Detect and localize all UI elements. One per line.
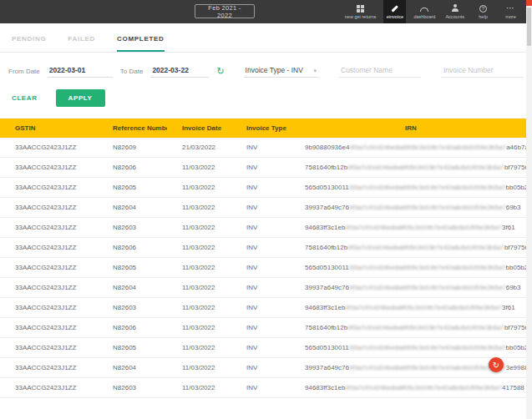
apply-button[interactable]: APPLY [56, 89, 105, 107]
grid-icon [357, 4, 364, 13]
tab-pending[interactable]: PENDING [12, 35, 46, 52]
type-cell: INV [231, 358, 290, 378]
from-date-input[interactable] [48, 66, 113, 78]
gstin-cell: 33AACCG2423J1ZZ [0, 178, 98, 198]
tab-failed[interactable]: FAILED [68, 35, 95, 52]
date-cell: 11/03/2022 [167, 218, 231, 238]
reference-cell: N82605 [98, 178, 167, 198]
invoice-number-input[interactable] [442, 66, 524, 78]
irn-cell: 39937a649c760f3a7c91d24be8a6f05c3d19b7e4… [290, 198, 532, 218]
type-cell: INV [231, 158, 290, 178]
irn-cell: 7581640fb12b0f3a7c91d24be8a6f05c3d19b7e4… [290, 158, 532, 178]
reference-cell: N82605 [98, 338, 167, 358]
status-tabs: PENDING FAILED COMPLETED [0, 23, 532, 53]
table-row: 33AACCG2423J1ZZN8260611/03/2022INV758164… [0, 158, 532, 178]
nav-item-accounts[interactable]: Accounts [443, 0, 467, 23]
irn-cell: 39937a649c760f3a7c91d24be8a6f05c3d19b7e4… [290, 278, 532, 298]
table-row: 33AACCG2423J1ZZN8260411/03/2022INV39937a… [0, 278, 532, 298]
type-cell: INV [231, 218, 290, 238]
customer-name-input[interactable] [339, 66, 421, 78]
date-cell: 11/03/2022 [167, 278, 231, 298]
nav-item-more[interactable]: ⋯ more [499, 0, 522, 23]
irn-cell: 9b90880936e40f3a7c91d24be8a6f05c3d19b7e4… [290, 138, 532, 158]
type-cell: INV [231, 298, 290, 318]
nav-item-einvoice[interactable]: einvoice [383, 0, 406, 23]
from-date-label: From Date [8, 68, 40, 78]
nav-item-dashboard[interactable]: dashboard [411, 0, 438, 23]
gstin-cell: 33AACCG2423J1ZZ [0, 218, 98, 238]
chevron-down-icon: ▾ [313, 68, 317, 74]
table-row: 33AACCG2423J1ZZN8260611/03/2022INV758164… [0, 318, 532, 338]
gstin-cell: 33AACCG2423J1ZZ [0, 318, 98, 338]
date-cell: 11/03/2022 [167, 298, 231, 318]
filter-bar: From Date To Date ↻ Invoice Type - INV ▾… [0, 53, 532, 107]
nav-label: einvoice [387, 14, 403, 19]
column-header: Reference Number [98, 119, 167, 138]
table-row: 33AACCG2423J1ZZN8260311/03/2022INV94683f… [0, 218, 532, 238]
date-cell: 11/03/2022 [167, 198, 231, 218]
table-row: 33AACCG2423J1ZZN8260511/03/2022INV565d05… [0, 338, 532, 358]
date-cell: 11/03/2022 [167, 158, 231, 178]
period-selector-button[interactable]: Feb 2021 - 2022 [195, 4, 255, 18]
irn-cell: 94683ff3c1eb0f3a7c91d24be8a6f05c3d19b7e4… [290, 298, 532, 318]
clear-button[interactable]: CLEAR [12, 94, 38, 102]
date-cell: 11/03/2022 [167, 358, 231, 378]
table-row: 33AACCG2423J1ZZN8260511/03/2022INV565d05… [0, 258, 532, 278]
nav-label: help [479, 14, 487, 19]
reference-cell: N82606 [98, 158, 167, 178]
type-cell: INV [231, 238, 290, 258]
reference-cell: N82604 [98, 278, 167, 298]
irn-cell: 565d051300110f3a7c91d24be8a6f05c3d19b7e4… [290, 258, 532, 278]
reference-cell: N82603 [98, 218, 167, 238]
gstin-cell: 33AACCG2423J1ZZ [0, 258, 98, 278]
reference-cell: N82606 [98, 318, 167, 338]
irn-cell: 565d051300110f3a7c91d24be8a6f05c3d19b7e4… [290, 178, 532, 198]
type-cell: INV [231, 178, 290, 198]
date-cell: 11/03/2022 [167, 338, 231, 358]
reference-cell: N82609 [98, 138, 167, 158]
gstin-cell: 33AACCG2423J1ZZ [0, 138, 98, 158]
column-header: Invoice Type [231, 119, 290, 138]
gstin-cell: 33AACCG2423J1ZZ [0, 298, 98, 318]
invoice-table-body: 33AACCG2423J1ZZN8260921/03/2022INV9b9088… [0, 138, 532, 398]
gstin-cell: 33AACCG2423J1ZZ [0, 158, 98, 178]
reference-cell: N82603 [98, 298, 167, 318]
nav-item-help[interactable]: ? help [472, 0, 494, 23]
reference-cell: N82603 [98, 378, 167, 398]
table-row: 33AACCG2423J1ZZN8260411/03/2022INV39937a… [0, 198, 532, 218]
person-icon [451, 4, 459, 13]
date-cell: 11/03/2022 [167, 238, 231, 258]
reference-cell: N82604 [98, 358, 167, 378]
top-bar: Feb 2021 - 2022 new gst returns einvoice… [0, 0, 532, 23]
tab-completed[interactable]: COMPLETED [117, 35, 165, 52]
type-cell: INV [231, 338, 290, 358]
refresh-dates-icon[interactable]: ↻ [216, 67, 224, 78]
table-row: 33AACCG2423J1ZZN8260921/03/2022INV9b9088… [0, 138, 532, 158]
reference-cell: N82606 [98, 238, 167, 258]
irn-cell: 565d051300110f3a7c91d24be8a6f05c3d19b7e4… [290, 338, 532, 358]
type-cell: INV [231, 378, 290, 398]
scrollbar-thumb[interactable] [527, 8, 531, 46]
type-cell: INV [231, 198, 290, 218]
refresh-fab[interactable]: ↻ [489, 357, 504, 372]
gstin-cell: 33AACCG2423J1ZZ [0, 338, 98, 358]
gstin-cell: 33AACCG2423J1ZZ [0, 278, 98, 298]
reference-cell: N82605 [98, 258, 167, 278]
date-cell: 11/03/2022 [167, 178, 231, 198]
scrollbar[interactable] [526, 0, 532, 419]
irn-cell: 94683ff3c1eb0f3a7c91d24be8a6f05c3d19b7e4… [290, 218, 532, 238]
nav-item-new-gst-returns[interactable]: new gst returns [342, 0, 379, 23]
date-cell: 21/03/2022 [167, 138, 231, 158]
nav-label: more [505, 14, 516, 19]
date-cell: 11/03/2022 [167, 258, 231, 278]
reference-cell: N82604 [98, 198, 167, 218]
irn-cell: 7581640fb12b0f3a7c91d24be8a6f05c3d19b7e4… [290, 318, 532, 338]
table-row: 33AACCG2423J1ZZN8260611/03/2022INV758164… [0, 238, 532, 258]
nav-label: new gst returns [345, 14, 377, 19]
invoice-type-select[interactable]: Invoice Type - INV ▾ [244, 66, 318, 78]
top-nav: new gst returns einvoice dashboard Accou… [342, 0, 522, 23]
to-date-input[interactable] [150, 66, 209, 78]
pencil-icon [391, 4, 399, 13]
irn-cell: 7581640fb12b0f3a7c91d24be8a6f05c3d19b7e4… [290, 238, 532, 258]
date-cell: 11/03/2022 [167, 378, 231, 398]
